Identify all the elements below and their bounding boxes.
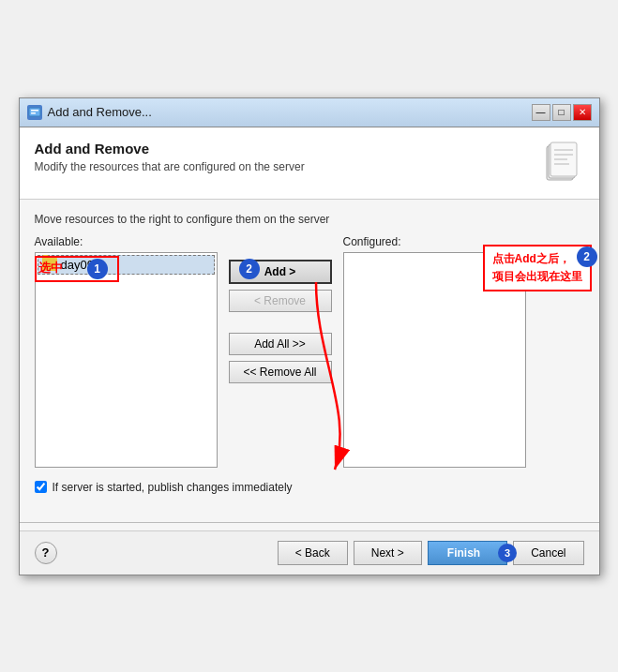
header-subtitle: Modify the resources that are configured… <box>35 160 305 173</box>
checkbox-row: If server is started, publish changes im… <box>35 481 584 494</box>
badge-1: 1 <box>87 259 108 279</box>
svg-rect-0 <box>29 108 40 116</box>
content-instruction: Move resources to the right to configure… <box>35 213 584 226</box>
list-item[interactable]: day09 <box>38 255 215 275</box>
svg-rect-1 <box>31 110 38 112</box>
footer-left: ? <box>35 542 57 564</box>
dialog-icon <box>27 105 42 120</box>
badge-2-add: 2 <box>239 259 260 279</box>
next-button[interactable]: Next > <box>354 541 422 565</box>
header-text: Add and Remove Modify the resources that… <box>35 141 305 173</box>
finish-wrapper: Finish 3 <box>428 541 507 565</box>
dialog-window: Add and Remove... — □ ✕ Add and Remove M… <box>19 97 600 575</box>
panels-container: Available: day09 Add > < Remove Add All … <box>35 235 584 468</box>
maximize-button[interactable]: □ <box>552 104 571 121</box>
add-all-button[interactable]: Add All >> <box>229 333 332 355</box>
finish-button[interactable]: Finish <box>428 541 507 565</box>
folder-icon <box>42 258 57 271</box>
titlebar-controls: — □ ✕ <box>532 104 592 121</box>
cancel-button[interactable]: Cancel <box>513 541 583 565</box>
header-section: Add and Remove Modify the resources that… <box>20 127 599 200</box>
panels-row: Available: day09 Add > < Remove Add All … <box>35 235 584 468</box>
header-icon <box>539 141 584 186</box>
header-title: Add and Remove <box>35 141 305 157</box>
footer-right: < Back Next > Finish 3 Cancel <box>278 541 584 565</box>
svg-rect-2 <box>31 112 36 114</box>
close-button[interactable]: ✕ <box>573 104 592 121</box>
help-button[interactable]: ? <box>35 542 57 564</box>
titlebar: Add and Remove... — □ ✕ <box>20 98 599 127</box>
content-area: Move resources to the right to configure… <box>20 200 599 515</box>
badge-3: 3 <box>498 544 517 562</box>
footer: ? < Back Next > Finish 3 Cancel <box>20 530 599 575</box>
configured-panel: Configured: <box>343 235 526 468</box>
available-panel: Available: day09 <box>35 235 218 468</box>
configured-label: Configured: <box>343 235 526 248</box>
minimize-button[interactable]: — <box>532 104 550 121</box>
back-button[interactable]: < Back <box>278 541 348 565</box>
titlebar-title: Add and Remove... <box>48 105 152 119</box>
remove-all-button[interactable]: << Remove All <box>229 361 332 383</box>
checkbox-label: If server is started, publish changes im… <box>53 481 293 494</box>
available-listbox[interactable]: day09 <box>35 252 218 468</box>
publish-checkbox[interactable] <box>35 481 47 493</box>
titlebar-left: Add and Remove... <box>27 105 152 120</box>
middle-buttons: Add > < Remove Add All >> << Remove All <box>218 260 343 383</box>
badge-2-configured: 2 <box>577 246 597 267</box>
available-label: Available: <box>35 235 218 248</box>
remove-button[interactable]: < Remove <box>229 290 332 312</box>
configured-listbox[interactable] <box>343 252 526 468</box>
